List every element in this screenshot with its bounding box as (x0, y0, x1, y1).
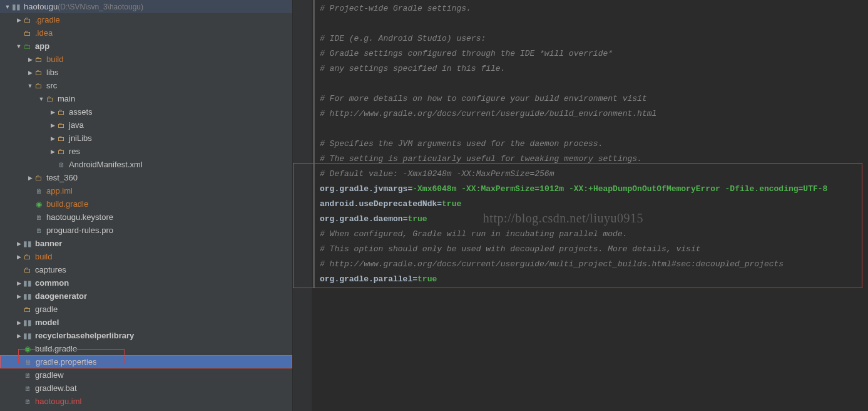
tree-item--gradle[interactable]: ▶🗀.gradle (0, 13, 292, 26)
tree-item-build-gradle[interactable]: ▶◉build.gradle (0, 342, 292, 355)
chevron-right-icon[interactable]: ▶ (26, 56, 34, 63)
editor-line[interactable] (320, 16, 863, 31)
editor-line[interactable]: # Gradle settings configured through the… (320, 46, 863, 61)
chevron-right-icon[interactable]: ▶ (26, 175, 34, 181)
tree-item-gradle[interactable]: ▶🗀gradle (0, 303, 292, 316)
tree-item-local-properties[interactable]: ▶🗎local.properties (0, 408, 292, 411)
tree-item-haotougu-keystore[interactable]: ▶🗎haotougu.keystore (0, 211, 292, 224)
file-icon: 🗎 (34, 186, 44, 196)
chevron-right-icon[interactable]: ▶ (15, 280, 23, 286)
tree-item-haotougu[interactable]: ▼▮▮haotougu (D:\SVN\svn_3\haotougu) (0, 0, 292, 13)
editor-line[interactable]: # For more details on how to configure y… (320, 91, 863, 107)
folder-icon: 🗀 (34, 173, 44, 183)
tree-item-recyclerbasehelperlibrary[interactable]: ▶▮▮recyclerbasehelperlibrary (0, 329, 292, 342)
tree-item-gradlew-bat[interactable]: ▶🗎gradlew.bat (0, 382, 292, 395)
tree-item-label: build.gradle (46, 199, 88, 209)
chevron-down-icon[interactable]: ▼ (15, 43, 23, 49)
editor-line[interactable]: # http://www.gradle.org/docs/current/use… (320, 107, 863, 122)
chevron-right-icon[interactable]: ▶ (49, 135, 56, 142)
chevron-right-icon[interactable]: ▶ (15, 241, 23, 247)
chevron-down-icon[interactable]: ▼ (38, 96, 45, 102)
tree-item-label: gradlew.bat (35, 383, 77, 393)
gradle-icon: ◉ (34, 199, 44, 209)
tree-item-label: build.gradle (35, 344, 77, 353)
tree-item-main[interactable]: ▼🗀main (0, 92, 292, 105)
tree-item-assets[interactable]: ▶🗀assets (0, 105, 292, 118)
editor-line[interactable]: # IDE (e.g. Android Studio) users: (320, 31, 863, 46)
editor-line[interactable]: # Default value: -Xmx10248m -XX:MaxPermS… (320, 167, 863, 182)
chevron-right-icon[interactable]: ▶ (15, 254, 23, 260)
code-editor[interactable]: # Project-wide Gradle settings. # IDE (e… (293, 0, 868, 411)
tree-item-haotougu-iml[interactable]: ▶🗎haotougu.iml (0, 395, 292, 408)
tree-item-label: test_360 (46, 173, 78, 182)
tree-item-captures[interactable]: ▶🗀captures (0, 263, 292, 276)
tree-item-label: model (35, 318, 59, 327)
project-tree[interactable]: ▼▮▮haotougu (D:\SVN\svn_3\haotougu)▶🗀.gr… (0, 0, 293, 411)
tree-item-app[interactable]: ▼🗀app (0, 39, 292, 53)
file-icon: 🗎 (23, 397, 33, 407)
tree-item-build[interactable]: ▶🗀build (0, 250, 292, 263)
tree-item-test_360[interactable]: ▶🗀test_360 (0, 171, 292, 184)
editor-line[interactable]: # The setting is particularly useful for… (320, 152, 863, 167)
chevron-right-icon[interactable]: ▶ (49, 122, 56, 128)
tree-item-banner[interactable]: ▶▮▮banner (0, 237, 292, 250)
tree-item-label: .idea (35, 28, 53, 38)
chevron-down-icon[interactable]: ▼ (26, 83, 34, 89)
editor-line[interactable]: # http://www.gradle.org/docs/current/use… (320, 257, 863, 272)
module-icon: ▮▮ (23, 291, 33, 301)
tree-item-gradlew[interactable]: ▶🗎gradlew (0, 368, 292, 382)
tree-item-label: banner (35, 239, 62, 248)
tree-item-gradle-properties[interactable]: ▶🗎gradle.properties (0, 355, 292, 368)
tree-item-label: daogenerator (35, 291, 87, 301)
folder-icon: 🗀 (56, 120, 66, 130)
tree-item-androidmanifest-xml[interactable]: ▶🗎AndroidManifest.xml (0, 158, 292, 171)
file-icon: 🗎 (34, 226, 44, 236)
folder-icon: 🗀 (34, 68, 44, 78)
file-icon: 🗎 (23, 383, 33, 393)
android-module-icon: 🗀 (23, 41, 33, 51)
editor-line[interactable]: android.useDeprecatedNdk=true (320, 197, 863, 212)
chevron-right-icon[interactable]: ▶ (26, 70, 34, 76)
tree-item-build-gradle[interactable]: ▶◉build.gradle (0, 197, 292, 211)
chevron-right-icon[interactable]: ▶ (49, 148, 56, 155)
tree-item-build[interactable]: ▶🗀build (0, 53, 292, 66)
tree-item-daogenerator[interactable]: ▶▮▮daogenerator (0, 289, 292, 303)
chevron-right-icon[interactable]: ▶ (15, 333, 23, 339)
editor-line[interactable] (320, 122, 863, 137)
tree-item-label: AndroidManifest.xml (69, 160, 143, 169)
editor-line[interactable]: # This option should only be used with d… (320, 242, 863, 257)
tree-item--idea[interactable]: ▶🗀.idea (0, 26, 292, 39)
folder-icon: 🗀 (23, 304, 33, 315)
tree-item-java[interactable]: ▶🗀java (0, 118, 292, 132)
editor-line[interactable] (320, 76, 863, 91)
editor-line[interactable]: org.gradle.parallel=true (320, 272, 863, 287)
editor-line[interactable]: org.gradle.jvmargs=-Xmx6048m -XX:MaxPerm… (320, 182, 863, 197)
tree-item-proguard-rules-pro[interactable]: ▶🗎proguard-rules.pro (0, 224, 292, 237)
xml-file-icon: 🗎 (56, 160, 66, 170)
tree-item-label: build (35, 252, 52, 261)
tree-item-common[interactable]: ▶▮▮common (0, 276, 292, 289)
tree-item-libs[interactable]: ▶🗀libs (0, 66, 292, 79)
tree-item-jnilibs[interactable]: ▶🗀jniLibs (0, 132, 292, 145)
chevron-right-icon[interactable]: ▶ (15, 320, 23, 326)
editor-line[interactable]: # When configured, Gradle will run in in… (320, 227, 863, 242)
file-icon: 🗎 (23, 370, 33, 380)
gradle-icon: ◉ (23, 344, 33, 354)
folder-icon: 🗀 (23, 15, 33, 25)
folder-icon: 🗀 (34, 55, 44, 65)
tree-item-model[interactable]: ▶▮▮model (0, 316, 292, 329)
chevron-right-icon[interactable]: ▶ (15, 17, 23, 23)
file-icon: 🗎 (34, 212, 44, 222)
folder-icon: 🗀 (23, 252, 33, 262)
folder-icon: 🗀 (45, 94, 55, 104)
chevron-right-icon[interactable]: ▶ (49, 109, 56, 115)
chevron-down-icon[interactable]: ▼ (4, 4, 11, 10)
chevron-right-icon[interactable]: ▶ (15, 293, 23, 299)
editor-line[interactable]: # Specifies the JVM arguments used for t… (320, 137, 863, 152)
editor-line[interactable]: org.gradle.daemon=true (320, 212, 863, 227)
editor-line[interactable]: # Project-wide Gradle settings. (320, 1, 863, 16)
tree-item-res[interactable]: ▶🗀res (0, 145, 292, 158)
tree-item-app-iml[interactable]: ▶🗎app.iml (0, 184, 292, 197)
editor-line[interactable]: # any settings specified in this file. (320, 61, 863, 76)
tree-item-src[interactable]: ▼🗀src (0, 79, 292, 92)
